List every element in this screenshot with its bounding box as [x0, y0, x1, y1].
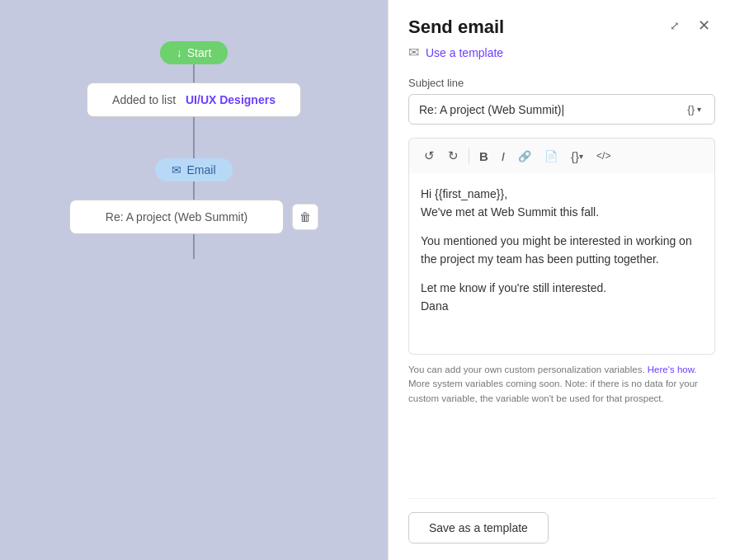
- variables-note: You can add your own custom personalizat…: [408, 363, 715, 406]
- link-icon: 🔗: [518, 150, 531, 162]
- subject-label: Subject line: [408, 77, 715, 89]
- delete-node-button[interactable]: 🗑: [292, 204, 318, 230]
- save-template-section: Save as a template: [408, 498, 715, 544]
- image-button[interactable]: 📄: [539, 147, 563, 166]
- code-button[interactable]: </>: [591, 147, 615, 165]
- image-icon: 📄: [544, 150, 558, 162]
- variable-curly-icon: {}: [687, 103, 695, 115]
- email-content-row: Re: A project (Web Summit) 🗑: [69, 200, 318, 234]
- variable-dropdown-icon: ▾: [697, 105, 701, 114]
- send-email-panel: Send email ⤢ ✕ ✉ Use a template Subject …: [388, 0, 735, 560]
- email-badge-label: Email: [186, 163, 215, 176]
- italic-icon: I: [502, 149, 505, 163]
- email-subject-node[interactable]: Re: A project (Web Summit): [69, 200, 284, 234]
- variables-note-2: More system variables coming soon. Note:…: [408, 379, 698, 402]
- delete-icon: 🗑: [299, 210, 311, 224]
- workflow-nodes: ↓ Start Added to list UI/UX Designers ✉ …: [0, 0, 388, 259]
- email-node-wrapper: ✉ Email Re: A project (Web Summit) 🗑: [69, 158, 318, 259]
- email-subject-text: Re: A project (Web Summit): [106, 210, 247, 224]
- redo-button[interactable]: ↻: [443, 145, 464, 167]
- list-value-label: UI/UX Designers: [186, 93, 276, 106]
- variable-body-icon: {}: [571, 149, 579, 163]
- email-line-3: Let me know if you're still interested.D…: [421, 279, 703, 316]
- list-node[interactable]: Added to list UI/UX Designers: [87, 82, 301, 117]
- expand-button[interactable]: ⤢: [665, 18, 685, 33]
- variables-link[interactable]: Here's how.: [648, 365, 697, 374]
- email-line-2: You mentioned you might be interested in…: [421, 232, 703, 269]
- email-body-editor[interactable]: Hi {{first_name}},We've met at Web Summi…: [408, 173, 715, 355]
- subject-variable-button[interactable]: {} ▾: [684, 101, 704, 117]
- connector-1: [193, 64, 195, 82]
- template-icon: ✉: [408, 45, 419, 60]
- variable-body-button[interactable]: {} ▾: [566, 146, 588, 167]
- editor-toolbar: ↺ ↻ B I 🔗 📄 {} ▾ </>: [408, 138, 715, 173]
- workflow-canvas: ↓ Start Added to list UI/UX Designers ✉ …: [0, 0, 388, 560]
- use-template-row: ✉ Use a template: [408, 45, 715, 60]
- connector-2: [193, 117, 195, 158]
- start-label: Start: [187, 46, 212, 59]
- redo-icon: ↻: [448, 148, 459, 163]
- start-arrow-icon: ↓: [177, 46, 182, 59]
- code-icon: </>: [596, 150, 610, 162]
- panel-title: Send email: [408, 16, 504, 38]
- list-prefix-label: Added to list: [112, 93, 176, 106]
- bold-button[interactable]: B: [474, 146, 493, 167]
- italic-button[interactable]: I: [497, 146, 510, 167]
- link-button[interactable]: 🔗: [513, 147, 536, 166]
- variables-note-text: You can add your own custom personalizat…: [408, 365, 645, 374]
- close-icon: ✕: [698, 17, 710, 34]
- close-button[interactable]: ✕: [693, 16, 715, 35]
- start-node[interactable]: ↓ Start: [160, 41, 229, 64]
- subject-input[interactable]: [419, 103, 684, 116]
- save-template-button[interactable]: Save as a template: [408, 512, 549, 544]
- variable-body-dropdown: ▾: [579, 152, 583, 161]
- undo-button[interactable]: ↺: [419, 145, 440, 167]
- toolbar-sep-1: [469, 148, 469, 163]
- connector-3: [193, 181, 195, 200]
- email-badge[interactable]: ✉ Email: [155, 158, 232, 181]
- use-template-link[interactable]: Use a template: [426, 46, 503, 59]
- connector-4: [193, 234, 195, 259]
- bold-icon: B: [479, 149, 488, 163]
- undo-icon: ↺: [424, 148, 435, 163]
- subject-input-row: {} ▾: [408, 94, 715, 125]
- email-line-1: Hi {{first_name}},We've met at Web Summi…: [421, 185, 703, 222]
- email-icon: ✉: [172, 163, 181, 176]
- panel-header: Send email ⤢ ✕: [408, 16, 715, 38]
